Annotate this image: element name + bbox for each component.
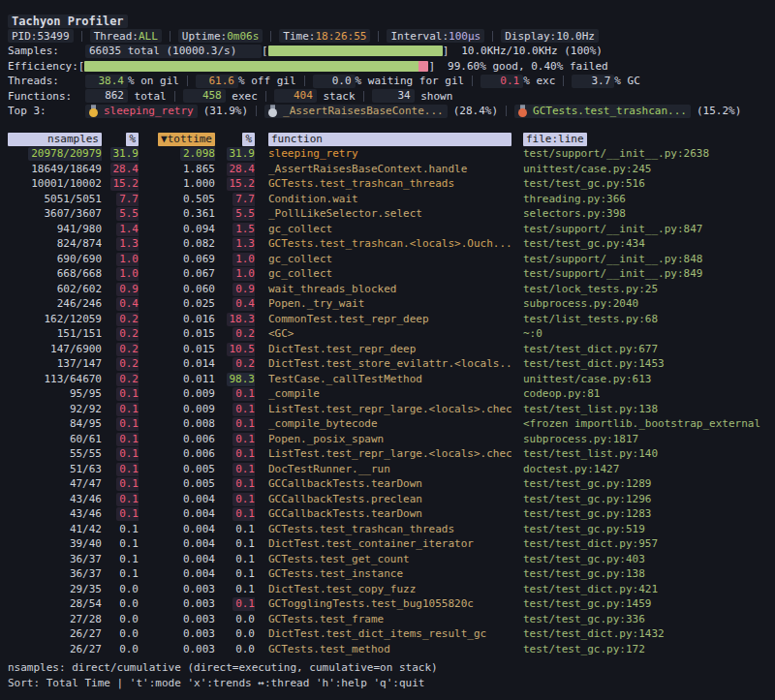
- cell-cumpercent: 0.1: [215, 462, 255, 477]
- cell-tottime: 0.006: [139, 446, 215, 462]
- table-row[interactable]: 26/27 0.0 0.003 0.0 DictTest.test_dict_i…: [8, 626, 767, 642]
- cell-function: DictTest.test_repr_deep: [255, 342, 512, 357]
- table-row[interactable]: 137/147 0.2 0.014 0.2 DictTest.test_stor…: [8, 356, 767, 372]
- bar-close-bracket: ]: [443, 45, 450, 57]
- cell-percent: 0.9: [102, 282, 139, 297]
- table-row[interactable]: 26/27 0.0 0.003 0.0 GCTests.test_method …: [8, 642, 767, 657]
- table-row[interactable]: 36/37 0.1 0.004 0.1 GCTests.test_instanc…: [8, 566, 767, 582]
- bar-close-bracket: ]: [428, 60, 435, 73]
- cell-percent: 0.4: [102, 296, 139, 312]
- cell-tottime: 0.006: [139, 432, 215, 447]
- top3-percent: (15.2%): [697, 105, 741, 117]
- table-row[interactable]: 147/6900 0.2 0.015 10.5 DictTest.test_re…: [8, 342, 767, 357]
- cell-percent: 0.1: [102, 492, 139, 507]
- table-row[interactable]: 162/12059 0.2 0.016 18.3 CommonTest.test…: [8, 312, 767, 327]
- cell-function: DictTest.test_copy_fuzz: [255, 582, 512, 597]
- cell-nsamples: 690/690: [8, 252, 102, 267]
- table-row[interactable]: 5051/5051 7.7 0.505 7.7 Condition.wait t…: [8, 192, 767, 207]
- top3-entry: sleeping_retry (31.9%): [85, 105, 248, 118]
- cell-tottime: 0.004: [139, 492, 215, 507]
- cell-percent: 0.2: [102, 356, 139, 372]
- cell-function: Popen._posix_spawn: [255, 432, 512, 447]
- table-row[interactable]: 47/47 0.1 0.005 0.1 GCCallbackTests.tear…: [8, 476, 767, 492]
- table-row[interactable]: 43/46 0.1 0.004 0.1 GCCallbackTests.prec…: [8, 492, 767, 507]
- column-header-function[interactable]: function: [255, 132, 512, 147]
- table-row[interactable]: 10001/10002 15.2 1.000 15.2 GCTests.test…: [8, 176, 767, 192]
- functions-segment: 458 exec: [167, 89, 258, 103]
- cell-percent: 0.1: [102, 446, 139, 462]
- cell-tottime: 0.009: [139, 386, 215, 402]
- cell-function: ListTest.test_repr_large.<locals>.check: [255, 402, 512, 417]
- cell-fileline: test/test_dict.py:421: [512, 582, 767, 597]
- cell-percent: 0.1: [102, 462, 139, 477]
- cell-nsamples: 28/54: [8, 596, 102, 612]
- cell-nsamples: 147/6900: [8, 342, 102, 357]
- cell-fileline: test/test_gc.py:434: [512, 236, 767, 252]
- profiler-terminal: Tachyon Profiler PID: 53499 Thread: ALL …: [0, 0, 775, 690]
- cell-tottime: 0.069: [139, 252, 215, 267]
- column-header-percent[interactable]: %: [102, 132, 139, 147]
- table-row[interactable]: 3607/3607 5.5 0.361 5.5 _PollLikeSelecto…: [8, 206, 767, 222]
- table-row[interactable]: 51/63 0.1 0.005 0.1 DocTestRunner.__run …: [8, 462, 767, 477]
- cell-function: DictTest.test_container_iterator: [255, 536, 512, 552]
- table-row[interactable]: 668/668 1.0 0.067 1.0 gc_collect test/su…: [8, 266, 767, 282]
- function-table: 20978/20979 31.9 2.098 31.9 sleeping_ret…: [8, 146, 767, 656]
- footer: nsamples: direct/cumulative (direct=exec…: [8, 660, 767, 690]
- top3-entry: GCTests.test_trashcan... (15.2%): [498, 105, 741, 118]
- cell-function: _compile: [255, 386, 512, 402]
- column-header-tottime-sorted[interactable]: ▼tottime: [139, 132, 215, 147]
- table-row[interactable]: 92/92 0.1 0.009 0.1 ListTest.test_repr_l…: [8, 402, 767, 417]
- table-row[interactable]: 602/602 0.9 0.060 0.9 wait_threads_block…: [8, 282, 767, 297]
- cell-nsamples: 27/28: [8, 612, 102, 627]
- table-row[interactable]: 95/95 0.1 0.009 0.1 _compile codeop.py:8…: [8, 386, 767, 402]
- table-row[interactable]: 113/64670 0.2 0.011 98.3 TestCase._callT…: [8, 372, 767, 387]
- cell-nsamples: 824/874: [8, 236, 102, 252]
- cell-function: _compile_bytecode: [255, 416, 512, 432]
- table-row[interactable]: 27/28 0.0 0.003 0.0 GCTests.test_frame t…: [8, 612, 767, 627]
- column-header-nsamples[interactable]: nsamples: [8, 132, 102, 147]
- cell-nsamples: 55/55: [8, 446, 102, 462]
- cell-nsamples: 18649/18649: [8, 162, 102, 177]
- status-value: 10.0Hz: [556, 30, 595, 43]
- cell-tottime: 0.505: [139, 192, 215, 207]
- cell-nsamples: 92/92: [8, 402, 102, 417]
- table-row[interactable]: 41/42 0.1 0.004 0.1 GCTests.test_trashca…: [8, 522, 767, 537]
- cell-function: <GC>: [255, 326, 512, 342]
- table-row[interactable]: 36/37 0.1 0.004 0.1 GCTests.test_get_cou…: [8, 552, 767, 567]
- cell-tottime: 0.094: [139, 222, 215, 237]
- cell-cumpercent: 0.1: [215, 446, 255, 462]
- cell-tottime: 0.015: [139, 326, 215, 342]
- table-row[interactable]: 39/40 0.1 0.004 0.1 DictTest.test_contai…: [8, 536, 767, 552]
- table-row[interactable]: 151/151 0.2 0.015 0.2 <GC> ~:0: [8, 326, 767, 342]
- table-row[interactable]: 84/95 0.1 0.008 0.1 _compile_bytecode <f…: [8, 416, 767, 432]
- top3-function-name: GCTests.test_trashcan...: [533, 105, 687, 117]
- table-row[interactable]: 20978/20979 31.9 2.098 31.9 sleeping_ret…: [8, 146, 767, 162]
- status-segment: Uptime: 0m06s: [162, 29, 263, 43]
- separator: [363, 91, 364, 102]
- functions-label: Functions:: [8, 90, 85, 103]
- column-header-fileline[interactable]: file:line: [512, 132, 767, 147]
- table-row[interactable]: 941/980 1.4 0.094 1.5 gc_collect test/su…: [8, 222, 767, 237]
- table-row[interactable]: 43/46 0.1 0.004 0.1 GCCallbackTests.tear…: [8, 506, 767, 522]
- table-row[interactable]: 690/690 1.0 0.069 1.0 gc_collect test/su…: [8, 252, 767, 267]
- cell-fileline: ~:0: [512, 326, 767, 342]
- cell-percent: 0.1: [102, 552, 139, 567]
- cell-cumpercent: 31.9: [215, 146, 255, 162]
- table-row[interactable]: 29/35 0.0 0.003 0.1 DictTest.test_copy_f…: [8, 582, 767, 597]
- table-row[interactable]: 246/246 0.4 0.025 0.4 Popen._try_wait su…: [8, 296, 767, 312]
- cell-function: GCTests.test_trashcan_threads: [255, 522, 512, 537]
- table-row[interactable]: 60/61 0.1 0.006 0.1 Popen._posix_spawn s…: [8, 432, 767, 447]
- samples-rate: 10.0KHz/10.0KHz (100%): [461, 45, 603, 57]
- functions-unit: stack: [317, 90, 356, 103]
- table-row[interactable]: 28/54 0.0 0.003 0.1 GCTogglingTests.test…: [8, 596, 767, 612]
- column-header-cumpercent[interactable]: %: [215, 132, 255, 147]
- functions-count: 862: [85, 89, 128, 103]
- cell-tottime: 0.016: [139, 312, 215, 327]
- table-row[interactable]: 824/874 1.3 0.082 1.3 GCTests.test_trash…: [8, 236, 767, 252]
- table-row[interactable]: 55/55 0.1 0.006 0.1 ListTest.test_repr_l…: [8, 446, 767, 462]
- threads-unit: % GC: [614, 75, 640, 87]
- threads-segment: 0.0 % waiting for gil: [296, 75, 465, 88]
- cell-percent: 1.0: [102, 266, 139, 282]
- table-row[interactable]: 18649/18649 28.4 1.865 28.4 _AssertRaise…: [8, 162, 767, 177]
- status-chip: Interval: 100µs: [387, 29, 484, 43]
